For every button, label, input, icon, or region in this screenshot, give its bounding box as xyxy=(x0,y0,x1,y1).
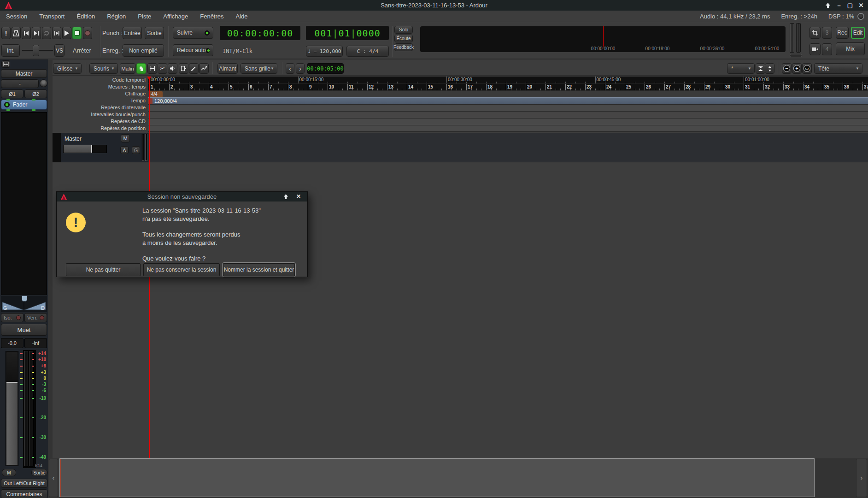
marker-dropdown[interactable]: *▼ xyxy=(727,63,755,74)
gain-fader[interactable] xyxy=(6,351,18,466)
master-track-header[interactable]: Master M A G xyxy=(53,133,148,162)
window-shade-icon[interactable] xyxy=(824,1,832,9)
secondary-clock[interactable]: 001|01|0000 xyxy=(306,26,389,40)
menu-transport[interactable]: Transport xyxy=(33,13,70,20)
go-to-end-button[interactable] xyxy=(32,27,41,39)
ruler-range-markers[interactable] xyxy=(148,104,868,111)
summary-scroll-right-button[interactable]: › xyxy=(856,459,867,497)
phase1-button[interactable]: Ø1 xyxy=(1,89,23,98)
nudge-clock[interactable]: 00:00:05:00 xyxy=(307,63,344,74)
grab-tool-button[interactable] xyxy=(136,63,146,74)
edit-point-tool-button[interactable] xyxy=(199,63,209,74)
varispeed-button[interactable]: VS xyxy=(54,44,65,57)
cut-tool-button[interactable]: ✂ xyxy=(158,63,167,74)
record-mode-button[interactable]: Non-empilé xyxy=(123,44,164,57)
punch-out-button[interactable]: Sortie xyxy=(145,27,164,39)
master-track-canvas[interactable] xyxy=(148,133,868,162)
track-name-label[interactable]: Master xyxy=(65,136,82,142)
ruler-label[interactable]: Repères de position xyxy=(53,125,148,132)
meter-type-label[interactable]: K14 xyxy=(35,463,42,468)
track-a-button[interactable]: A xyxy=(120,146,129,154)
window-titlebar[interactable]: Sans-titre-2023-03-11-16-13-53 - Ardour … xyxy=(0,0,868,11)
trim-knob[interactable] xyxy=(40,79,47,87)
shuttle-handle[interactable] xyxy=(33,45,39,56)
menu-edition[interactable]: Édition xyxy=(70,13,101,20)
nudge-forward-button[interactable]: › xyxy=(296,63,305,74)
go-to-start-button[interactable] xyxy=(22,27,31,39)
pan-handle[interactable] xyxy=(22,296,27,302)
play-button[interactable] xyxy=(62,27,71,39)
ruler-bars[interactable]: 1234567891011121314151617181920212223242… xyxy=(148,83,868,90)
stereo-panner[interactable]: G D xyxy=(1,296,47,312)
follow-playhead-button[interactable]: Suivre xyxy=(173,27,213,39)
track-mute-button[interactable]: M xyxy=(121,134,130,142)
sync-source-button[interactable]: Int. xyxy=(1,44,20,57)
zoom-focus-dropdown[interactable]: Tête▼ xyxy=(814,63,862,74)
meter-button[interactable]: C : 4/4 xyxy=(346,46,389,57)
menu-piste[interactable]: Piste xyxy=(132,13,157,20)
ruler-tempo[interactable]: 120,000/4 xyxy=(148,97,868,104)
track-gain-slider[interactable] xyxy=(63,145,107,153)
auto-return-button[interactable]: Retour auto xyxy=(173,44,213,56)
loop-button[interactable] xyxy=(42,27,51,39)
mouse-mode-dropdown[interactable]: Souris▼ xyxy=(89,63,118,74)
punch-in-button[interactable]: Entrée xyxy=(123,27,142,39)
recorder-page-button[interactable]: Rec xyxy=(836,27,849,39)
audition-tool-button[interactable] xyxy=(168,63,177,74)
zoom-out-button[interactable]: − xyxy=(782,63,792,74)
phase2-button[interactable]: Ø2 xyxy=(24,89,47,98)
menu-session[interactable]: Session xyxy=(0,13,33,20)
strip-gain-display[interactable]: - xyxy=(1,79,39,88)
summary-view[interactable] xyxy=(59,458,815,497)
listen-button[interactable]: Écoute xyxy=(394,35,413,42)
editor-page-button[interactable]: Edit xyxy=(851,27,865,39)
shrink-tracks-icon[interactable] xyxy=(756,63,765,74)
window-maximize-icon[interactable]: ▢ xyxy=(846,1,854,9)
ruler-loop-punch[interactable] xyxy=(148,111,868,118)
window-group-4-button[interactable]: 4 xyxy=(822,43,832,55)
snap-mode-button[interactable]: Aimant xyxy=(217,63,238,74)
menu-fenetres[interactable]: Fenêtres xyxy=(194,13,229,20)
smart-mode-button[interactable]: Malin xyxy=(120,63,135,74)
output-routing-button[interactable]: Out Left/Out Right xyxy=(1,479,47,488)
monitor-pill[interactable] xyxy=(790,54,802,57)
dont-save-button[interactable]: Ne pas conserver la session xyxy=(143,263,220,276)
strip-mute-pill[interactable]: M xyxy=(2,469,16,476)
midi-panic-button[interactable]: ! xyxy=(1,27,11,39)
expand-tracks-icon[interactable] xyxy=(765,63,774,74)
menu-region[interactable]: Région xyxy=(101,13,132,20)
ruler-label[interactable]: Repères d'intervalle xyxy=(53,104,148,111)
dialog-titlebar[interactable]: Session non sauvegardée ✕ xyxy=(57,192,307,202)
ruler-label[interactable]: Chiffrage xyxy=(53,90,148,97)
strip-width-icon[interactable] xyxy=(1,60,10,68)
summary-scroll-left-button[interactable]: ‹ xyxy=(49,459,58,497)
menu-affichage[interactable]: Affichage xyxy=(157,13,194,20)
range-tool-button[interactable] xyxy=(147,63,157,74)
ruler-cd-markers[interactable] xyxy=(148,118,868,125)
ruler-location-markers[interactable] xyxy=(148,125,868,132)
ruler-label[interactable]: Intervalles boucle/punch xyxy=(53,111,148,118)
menu-aide[interactable]: Aide xyxy=(230,13,254,20)
stop-button[interactable] xyxy=(72,27,82,39)
zoom-fit-button[interactable]: ▭ xyxy=(802,63,812,74)
feedback-button[interactable]: Feedback xyxy=(394,43,413,51)
track-g-button[interactable]: G xyxy=(132,146,140,154)
play-range-button[interactable] xyxy=(52,27,61,39)
metronome-button[interactable] xyxy=(12,27,21,39)
mute-button[interactable]: Muet xyxy=(1,324,47,336)
mixer-page-button[interactable]: Mix xyxy=(836,42,865,55)
peak-value-display[interactable]: -inf xyxy=(24,338,47,348)
ruler-timecode[interactable]: 00:00:00:0000:00:15:0000:00:30:0000:00:4… xyxy=(148,77,868,83)
tempo-value[interactable]: 120,000/4 xyxy=(154,98,177,104)
output-pill[interactable]: Sortie xyxy=(31,469,47,476)
window-close-icon[interactable]: ✕ xyxy=(857,1,865,9)
strip-name-button[interactable]: Master xyxy=(1,69,47,78)
record-button[interactable] xyxy=(83,27,92,39)
ruler-label[interactable]: Code temporel xyxy=(53,77,148,83)
playhead-marker[interactable] xyxy=(147,77,152,80)
primary-clock[interactable]: 00:00:00:00 xyxy=(220,26,300,40)
tempo-button[interactable]: ♩ = 120,000 xyxy=(306,46,343,57)
dont-quit-button[interactable]: Ne pas quitter xyxy=(66,263,141,276)
solo-lock-button[interactable]: Verr. xyxy=(24,313,47,322)
window-group-2-icon[interactable] xyxy=(809,43,821,55)
